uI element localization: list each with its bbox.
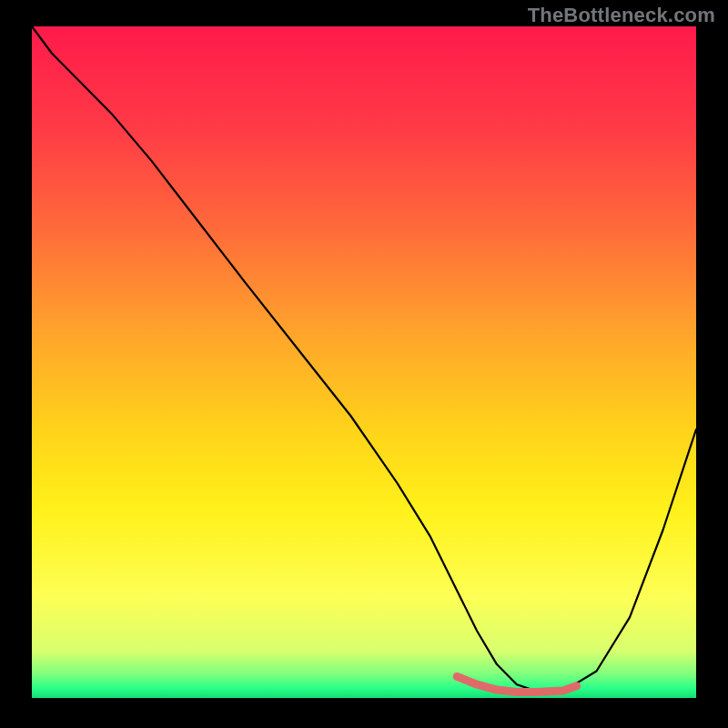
watermark-text: TheBottleneck.com [528,4,715,27]
plot-background [32,26,696,698]
chart-root: TheBottleneck.com [0,0,728,728]
bottleneck-chart [0,0,728,728]
